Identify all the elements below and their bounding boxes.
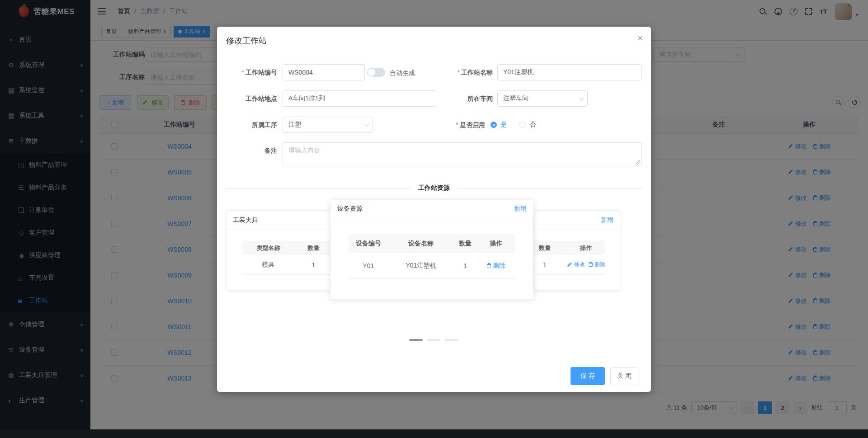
radio-yes[interactable]: 是	[491, 121, 507, 129]
station-code-input[interactable]	[283, 64, 365, 80]
device-card-title: 设备资源	[337, 205, 363, 213]
dialog-title: 修改工作站	[226, 35, 267, 46]
device-card-add-link[interactable]: 新增	[514, 205, 527, 213]
radio-dot-icon	[491, 122, 497, 128]
carousel-indicator[interactable]	[409, 339, 423, 341]
third-row-edit-link[interactable]: 修改	[567, 261, 585, 268]
section-title: 工作站资源	[411, 184, 457, 192]
process-select[interactable]: 注塑	[283, 117, 373, 133]
station-name-label: *工作站名称	[433, 68, 493, 77]
station-name-input[interactable]	[497, 64, 642, 80]
save-button[interactable]: 保 存	[571, 367, 605, 385]
edit-workstation-dialog: 修改工作站 × *工作站编号 自动生成 *工作站名称 工作站地点 所在车间 注塑…	[217, 27, 651, 392]
workshop-select[interactable]: 注塑车间	[497, 90, 588, 107]
dialog-close-button[interactable]: 关 闭	[610, 367, 638, 385]
chevron-down-icon	[364, 122, 369, 127]
third-card-row: 1 修改 删除	[533, 255, 605, 275]
fixture-resource-card: 工装夹具 类型名称 数量 模具 1	[226, 210, 337, 291]
radio-no[interactable]: 否	[519, 121, 536, 129]
close-icon[interactable]: ×	[637, 33, 643, 43]
third-row-delete-link[interactable]: 删除	[589, 261, 605, 268]
auto-generate-label: 自动生成	[390, 69, 415, 77]
device-resource-card: 设备资源 新增 设备编号 设备名称 数量 操作 Y01 Y01注塑机 1 删除	[330, 200, 533, 299]
carousel-indicators	[409, 339, 458, 341]
remark-label: 备注	[217, 146, 277, 155]
device-row: Y01 Y01注塑机 1 删除	[349, 253, 515, 279]
station-location-label: 工作站地点	[217, 94, 277, 103]
third-resource-card: 新增 数量 操作 1 修改 删除	[533, 210, 620, 291]
device-row-delete-link[interactable]: 删除	[487, 262, 505, 270]
carousel-indicator[interactable]	[444, 339, 458, 341]
radio-dot-icon	[519, 122, 526, 128]
enabled-radio-group: 是 否	[491, 117, 536, 133]
pencil-icon	[567, 262, 571, 267]
third-card-add-link[interactable]: 新增	[601, 216, 613, 224]
trash-icon	[589, 263, 593, 267]
app-root: 苦糖果MES ◔ 首页 ⚙ 系统管理 ∨ ▤ 系统监控 ∨ ▦ 系统工具 ∨	[0, 0, 868, 438]
station-location-input[interactable]	[283, 90, 436, 107]
enabled-label: *是否启用	[425, 120, 485, 129]
auto-generate-switch[interactable]	[367, 68, 385, 77]
fixture-card-title: 工装夹具	[233, 216, 258, 224]
chevron-down-icon	[579, 95, 584, 100]
fixture-row: 模具 1	[242, 255, 337, 275]
workshop-label: 所在车间	[433, 94, 493, 103]
carousel-indicator[interactable]	[427, 339, 440, 341]
trash-icon	[487, 264, 491, 268]
station-code-label: *工作站编号	[217, 68, 277, 77]
remark-textarea[interactable]	[283, 142, 642, 166]
process-label: 所属工序	[217, 120, 277, 129]
